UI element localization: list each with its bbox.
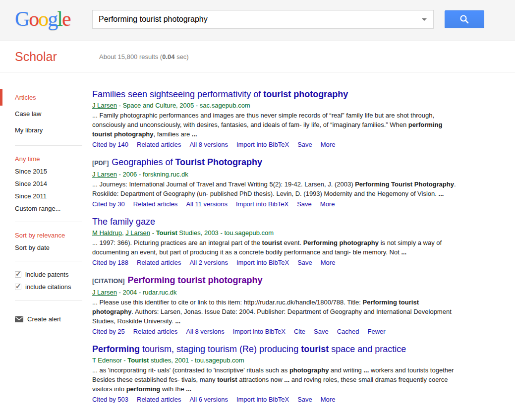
result-action-links: Cited by 188Related articlesAll 2 versio… [92,258,464,267]
import-into-bibtex-link[interactable]: Import into BibTeX [233,328,286,335]
result-title-link[interactable]: Geographies of Tourist Photography [112,157,262,167]
sidebar-filter-since-2011[interactable]: Since 2011 [0,190,92,202]
result-title-link[interactable]: Performing tourism, staging tourism (Re)… [92,344,406,354]
result-title: [PDF]Geographies of Tourist Photography [92,157,464,169]
result-title-link[interactable]: Performing tourist photography [128,275,263,285]
search-result: The family gazeM Haldrup, J Larsen - Tou… [92,216,464,267]
more-link[interactable]: More [321,141,336,148]
more-link[interactable]: More [321,396,336,403]
result-title: Families seen sightseeing performativity… [92,89,464,100]
sidebar-divider [15,145,82,146]
sidebar-sort-by-date[interactable]: Sort by date [0,241,92,254]
scholar-brand[interactable]: Scholar [15,50,57,64]
author-link[interactable]: J Larsen [92,289,117,296]
envelope-icon [15,316,27,322]
results-list: Families seen sightseeing performativity… [92,72,464,412]
result-snippet: ... 1997: 366). Picturing practices are … [92,238,458,257]
include-patents-label: include patents [25,271,68,278]
all-8-versions-link[interactable]: All 8 versions [186,328,224,335]
sidebar-filter-any-time[interactable]: Any time [0,153,92,165]
related-articles-link[interactable]: Related articles [133,200,178,208]
result-authors: J Larsen - Space and Culture, 2005 - sac… [92,101,464,110]
sidebar-divider [15,222,82,222]
result-title: [CITATION]Performing tourist photography [92,275,464,287]
include-citations-label: include citations [25,283,71,291]
sidebar-filter-since-2015[interactable]: Since 2015 [0,165,92,178]
result-snippet: ... Journeys: International Journal of T… [92,180,458,198]
include-patents-checkbox[interactable] [15,271,21,278]
cited-by-140-link[interactable]: Cited by 140 [92,141,128,148]
result-authors: J Larsen - 2004 - rudar.ruc.dk [92,288,464,297]
related-articles-link[interactable]: Related articles [137,141,181,148]
result-title-link[interactable]: Families seen sightseeing performativity… [92,89,348,99]
result-title: The family gaze [92,216,464,228]
sidebar-filter-since-2014[interactable]: Since 2014 [0,178,92,190]
result-authors: T Edensor - Tourist studies, 2001 - tou.… [92,356,464,365]
author-link[interactable]: M Haldrup [92,229,122,237]
include-patents-row[interactable]: include patents [0,268,92,281]
cited-by-503-link[interactable]: Cited by 503 [92,396,128,403]
cached-link[interactable]: Cached [337,328,359,335]
cited-by-25-link[interactable]: Cited by 25 [92,328,125,335]
fewer-link[interactable]: Fewer [367,328,385,335]
more-link[interactable]: More [321,259,336,266]
sidebar-item-my-library[interactable]: My library [0,122,92,138]
save-link[interactable]: Save [297,259,312,266]
all-6-versions-link[interactable]: All 6 versions [190,396,228,403]
cited-by-30-link[interactable]: Cited by 30 [92,200,125,208]
search-result: Performing tourism, staging tourism (Re)… [92,344,464,404]
scholar-bar: Scholar About 15,800 results (0.04 sec) [0,41,515,72]
google-logo[interactable]: Google [15,7,70,31]
citation-tag: [CITATION] [92,278,125,285]
save-link[interactable]: Save [314,328,329,335]
sidebar: ArticlesCase lawMy library Any time Sinc… [0,72,92,323]
author-link[interactable]: J Larsen [92,102,117,109]
result-authors: J Larsen - 2006 - forskning.ruc.dk [92,170,464,179]
include-citations-row[interactable]: include citations [0,281,92,293]
save-link[interactable]: Save [297,396,312,403]
search-box [92,10,434,29]
result-action-links: Cited by 30Related articlesAll 11 versio… [92,199,464,209]
result-authors: M Haldrup, J Larsen - Tourist Studies, 2… [92,229,464,238]
save-link[interactable]: Save [297,141,312,148]
result-title-link[interactable]: The family gaze [92,217,155,227]
import-into-bibtex-link[interactable]: Import into BibTeX [236,141,289,148]
result-action-links: Cited by 25Related articlesAll 8 version… [92,327,464,336]
include-citations-checkbox[interactable] [15,284,21,290]
search-dropdown-arrow-icon[interactable] [422,18,427,21]
sidebar-divider [15,261,82,261]
create-alert-label: Create alert [27,315,61,323]
import-into-bibtex-link[interactable]: Import into BibTeX [236,396,289,403]
related-articles-link[interactable]: Related articles [137,396,181,403]
result-snippet: ... Family photographic performances and… [92,111,458,139]
sidebar-item-articles[interactable]: Articles [0,89,92,106]
import-into-bibtex-link[interactable]: Import into BibTeX [236,200,288,208]
create-alert-button[interactable]: Create alert [0,307,92,323]
author-link[interactable]: J Larsen [125,229,150,237]
pdf-tag: [PDF] [92,160,109,167]
sidebar-item-case-law[interactable]: Case law [0,106,92,122]
more-link[interactable]: More [320,200,335,208]
author-link[interactable]: J Larsen [92,171,117,178]
all-2-versions-link[interactable]: All 2 versions [190,259,228,266]
top-header: Google [0,0,515,41]
import-into-bibtex-link[interactable]: Import into BibTeX [236,259,289,266]
search-result: Families seen sightseeing performativity… [92,89,464,149]
cite-link[interactable]: Cite [294,328,305,335]
all-11-versions-link[interactable]: All 11 versions [186,200,228,208]
search-icon [459,14,470,25]
all-8-versions-link[interactable]: All 8 versions [190,141,228,148]
related-articles-link[interactable]: Related articles [133,328,178,335]
result-action-links: Cited by 140Related articlesAll 8 versio… [92,140,464,149]
sidebar-sort-by-relevance[interactable]: Sort by relevance [0,229,92,241]
sidebar-filter-custom-range[interactable]: Custom range... [0,202,92,215]
search-input[interactable] [93,10,433,28]
result-snippet: ... as 'incorporating rit- uals' (contra… [92,365,458,394]
related-articles-link[interactable]: Related articles [137,259,181,266]
cited-by-188-link[interactable]: Cited by 188 [92,259,128,266]
search-button[interactable] [445,10,484,28]
result-title: Performing tourism, staging tourism (Re)… [92,344,464,355]
sidebar-divider [15,300,82,300]
result-stats: About 15,800 results (0.04 sec) [99,53,189,60]
save-link[interactable]: Save [297,200,312,208]
